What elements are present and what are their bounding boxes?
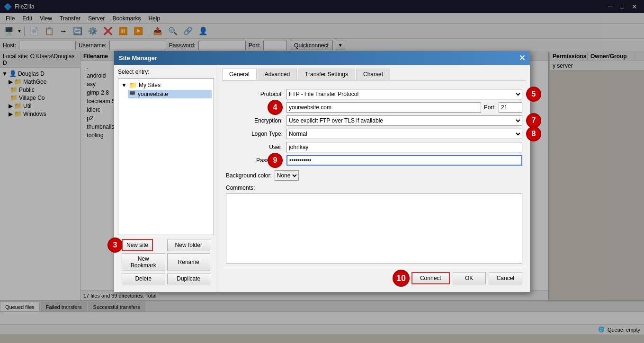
tab-advanced[interactable]: Advanced <box>258 69 297 80</box>
dialog-footer-buttons: 10 Connect OK Cancel <box>222 268 526 288</box>
ok-button[interactable]: OK <box>453 272 486 284</box>
encryption-label: Encryption: <box>226 117 283 124</box>
site-icon: 🖥️ <box>129 91 136 97</box>
password-value-input[interactable] <box>286 155 522 166</box>
dialog-left-panel: Select entry: ▼ 📁 My Sites 🖥️ yourwebsit… <box>114 65 218 292</box>
dialog-tabs: General Advanced Transfer Settings Chars… <box>222 69 526 80</box>
yourwebsite-label: yourwebsite <box>138 91 168 97</box>
dialog-action-buttons: 3 New site New folder New Bookmark Renam… <box>118 235 214 288</box>
site-tree: ▼ 📁 My Sites 🖥️ yourwebsite <box>118 78 214 235</box>
dialog-right-panel: General Advanced Transfer Settings Chars… <box>218 65 530 292</box>
rename-button[interactable]: Rename <box>167 253 211 271</box>
my-sites-label: My Sites <box>139 82 161 88</box>
dialog-titlebar: Site Manager ✕ <box>114 51 530 65</box>
comments-label: Comments: <box>226 185 522 191</box>
logon-type-label: Logon Type: <box>226 131 283 137</box>
duplicate-button[interactable]: Duplicate <box>167 273 211 284</box>
new-folder-button[interactable]: New folder <box>167 239 211 251</box>
dialog-close-button[interactable]: ✕ <box>519 53 525 62</box>
tab-transfer-settings[interactable]: Transfer Settings <box>298 69 355 80</box>
new-site-button[interactable]: New site <box>122 239 153 251</box>
comments-textarea[interactable] <box>226 193 522 264</box>
bg-color-label: Background color: <box>226 172 272 179</box>
yourwebsite-item[interactable]: 🖥️ yourwebsite <box>128 90 212 98</box>
modal-overlay: Site Manager ✕ Select entry: ▼ 📁 My Site… <box>0 0 644 334</box>
port-form-label: Port: <box>484 104 496 111</box>
new-bookmark-button[interactable]: New Bookmark <box>122 253 165 271</box>
encryption-select[interactable]: Use explicit FTP over TLS if available <box>286 115 522 126</box>
expand-arrow: ▼ <box>121 82 127 88</box>
host-port-row: 4 Port: <box>286 102 522 113</box>
protocol-select[interactable]: FTP - File Transfer Protocol <box>286 89 522 99</box>
port-value-input[interactable] <box>499 102 522 113</box>
my-sites-item[interactable]: ▼ 📁 My Sites <box>120 80 212 90</box>
my-sites-folder-icon: 📁 <box>129 81 137 89</box>
protocol-label: Protocol: <box>226 91 283 97</box>
select-entry-label: Select entry: <box>118 69 214 75</box>
protocol-row: FTP - File Transfer Protocol 5 <box>286 89 522 99</box>
delete-button[interactable]: Delete <box>122 273 165 284</box>
step-3-circle: 3 <box>107 237 123 253</box>
user-label: User: <box>226 144 283 150</box>
user-input[interactable] <box>286 142 522 152</box>
form-container: Protocol: FTP - File Transfer Protocol 5… <box>222 85 526 268</box>
tab-charset[interactable]: Charset <box>356 69 390 80</box>
host-value-input[interactable] <box>286 102 481 113</box>
bg-color-row: Background color: None <box>226 170 522 181</box>
connect-button[interactable]: Connect <box>411 272 450 284</box>
tab-general[interactable]: General <box>222 69 257 80</box>
step-5-circle: 5 <box>526 87 541 102</box>
step-10-circle: 10 <box>393 270 410 287</box>
form-grid: Protocol: FTP - File Transfer Protocol 5… <box>226 89 522 166</box>
step-4-circle: 4 <box>268 100 283 115</box>
step-9-circle: 9 <box>268 153 283 168</box>
site-manager-dialog: Site Manager ✕ Select entry: ▼ 📁 My Site… <box>114 51 530 292</box>
bg-color-select[interactable]: None <box>275 170 299 181</box>
dialog-title: Site Manager <box>119 54 157 62</box>
logon-type-select[interactable]: Normal <box>286 129 522 139</box>
step-8-circle: 8 <box>526 126 541 141</box>
dialog-body: Select entry: ▼ 📁 My Sites 🖥️ yourwebsit… <box>114 65 530 292</box>
cancel-button[interactable]: Cancel <box>489 272 522 284</box>
